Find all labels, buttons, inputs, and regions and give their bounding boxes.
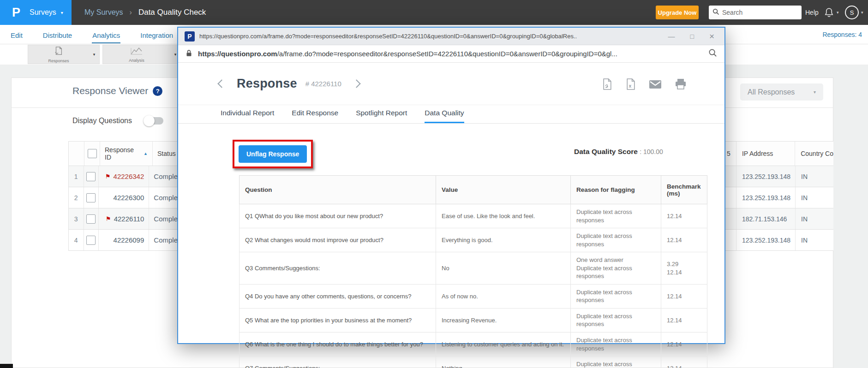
row-checkbox[interactable] [86, 193, 96, 202]
address-bar[interactable]: https://questionpro.com/a/frame.do?mode=… [178, 45, 724, 63]
reason-cell: Duplicate text across responses [571, 332, 661, 356]
score-value: : 100.00 [640, 148, 663, 155]
benchmark-header: Benchmark (ms) [661, 176, 707, 204]
row-number: 1 [69, 166, 84, 187]
all-responses-dropdown[interactable]: All Responses ▾ [740, 83, 823, 101]
table-row[interactable]: 3 ⚑42226110 Comple [68, 208, 178, 230]
question-cell: Q6 What is the one thing I should do to … [239, 332, 436, 356]
tab-edit-response[interactable]: Edit Response [292, 109, 338, 123]
avatar[interactable]: S [845, 6, 859, 19]
tab-integration[interactable]: Integration [140, 26, 174, 43]
score-label: Data Quality Score [574, 148, 638, 155]
country-cell: IN [796, 208, 833, 229]
status-cell: Comple [149, 208, 178, 229]
country-cell: IN [796, 230, 833, 250]
upgrade-now-button[interactable]: Upgrade Now [656, 6, 699, 19]
breadcrumb-my-surveys[interactable]: My Surveys [84, 8, 123, 17]
brand-label: Surveys [30, 8, 56, 17]
product-switcher[interactable]: P Surveys ▾ [0, 0, 72, 25]
tab-distribute[interactable]: Distribute [42, 26, 72, 43]
export-pdf-icon[interactable] [602, 78, 612, 90]
value-cell: Everything is good. [436, 228, 571, 252]
country-cell: IN [796, 187, 833, 208]
response-id[interactable]: 42226099 [114, 236, 144, 244]
country-code-header: Country Co [795, 142, 833, 166]
response-id[interactable]: 42226300 [114, 194, 144, 202]
table-row: Q6 What is the one thing I should do to … [239, 332, 707, 356]
row-number: 3 [69, 208, 84, 229]
tab-spotlight-report[interactable]: Spotlight Report [356, 109, 407, 123]
search-icon [712, 8, 719, 17]
analysis-chart-icon [130, 47, 143, 58]
value-header: Value [436, 176, 571, 204]
question-cell: Q5 What are the top priorities in your b… [239, 308, 436, 332]
tab-individual-report[interactable]: Individual Report [221, 109, 274, 123]
ip-address-cell: 123.252.193.148 [736, 230, 796, 250]
table-row: 182.71.153.146 IN [725, 208, 833, 230]
email-icon[interactable] [649, 80, 661, 89]
unflag-response-button[interactable]: Unflag Response [239, 145, 307, 163]
table-row[interactable]: 1 ⚑42226342 Comple [68, 166, 178, 187]
value-cell: As of now no. [436, 284, 571, 308]
response-id-header[interactable]: Response ID ▲ [100, 142, 153, 166]
toolbar-analysis-button[interactable]: Analysis ▾ [102, 45, 181, 64]
modal-title-bar[interactable]: P https://questionpro.com/a/frame.do?mod… [178, 28, 724, 45]
help-link[interactable]: Help [805, 0, 819, 25]
select-all-checkbox[interactable] [88, 149, 97, 158]
maximize-icon[interactable]: □ [690, 33, 694, 40]
row-checkbox[interactable] [86, 214, 96, 224]
question-cell: Q2 What changes would most improve our p… [239, 228, 436, 252]
display-questions-label: Display Questions [72, 117, 132, 125]
table-row: Q3 Comments/Suggestions: No One word ans… [239, 252, 707, 285]
minimize-icon[interactable]: — [668, 32, 675, 40]
previous-response-icon[interactable] [217, 79, 226, 88]
reason-cell: Duplicate text across responses [571, 204, 661, 228]
reason-cell: Duplicate text across responses [571, 308, 661, 332]
response-id[interactable]: 42226342 [114, 172, 144, 180]
table-row: 123.252.193.148 IN [725, 166, 833, 187]
export-excel-icon[interactable]: x [626, 78, 635, 90]
questionpro-favicon: P [185, 31, 195, 42]
table-row[interactable]: 4 42226099 Comple [68, 230, 178, 251]
tab-analytics[interactable]: Analytics [92, 26, 120, 43]
address-domain: https://questionpro.com [198, 50, 277, 58]
question-cell: Q7 Comments/Suggestions: [239, 356, 436, 368]
display-questions-toggle[interactable] [145, 117, 163, 125]
modal-tabs: Individual Report Edit Response Spotligh… [178, 105, 724, 124]
value-cell: Increasing Revenue. [436, 308, 571, 332]
toolbar-responses-button[interactable]: Responses ▾ [28, 45, 100, 64]
close-icon[interactable]: × [709, 31, 714, 42]
table-row: 123.252.193.148 IN [725, 187, 833, 208]
ip-address-cell: 123.252.193.148 [736, 187, 796, 208]
table-row: Q4 Do you have any other comments, quest… [239, 284, 707, 308]
data-quality-table: Question Value Reason for flagging Bench… [239, 175, 707, 368]
chevron-down-icon: ▾ [89, 52, 99, 57]
row-number-header [69, 142, 84, 166]
notifications-bell-icon[interactable] [824, 7, 834, 20]
zoom-search-icon[interactable] [708, 48, 717, 59]
status-cell: Comple [149, 166, 178, 187]
next-response-icon[interactable] [352, 79, 360, 88]
value-cell: Listening to customer queries and acting… [436, 332, 571, 356]
reason-cell: Duplicate text across responses [571, 284, 661, 308]
survey-nav-items: Edit Distribute Analytics Integration [10, 25, 174, 44]
table-row[interactable]: 2 42226300 Comple [68, 187, 178, 208]
row-checkbox[interactable] [86, 236, 96, 245]
question-cell: Q1 QWhat do you like most about our new … [239, 204, 436, 228]
responses-table-left: Response ID ▲ Status 1 ⚑42226342 Comple … [68, 141, 178, 251]
print-icon[interactable] [675, 79, 686, 89]
row-checkbox[interactable] [86, 172, 96, 181]
search-input[interactable] [722, 9, 798, 16]
tab-edit[interactable]: Edit [10, 26, 23, 43]
taskbar-sliver [0, 364, 13, 368]
tab-data-quality[interactable]: Data Quality [425, 109, 464, 123]
response-id[interactable]: 42226110 [114, 215, 144, 223]
address-url: https://questionpro.com/a/frame.do?mode=… [198, 50, 708, 58]
ip-address-cell: 182.71.153.146 [736, 208, 796, 229]
flag-icon: ⚑ [106, 215, 111, 222]
ip-address-header: IP Address [736, 142, 795, 166]
help-icon[interactable]: ? [153, 86, 162, 96]
all-responses-value: All Responses [748, 88, 795, 96]
response-id-label: # 42226110 [305, 80, 341, 88]
export-actions: x [602, 78, 686, 90]
